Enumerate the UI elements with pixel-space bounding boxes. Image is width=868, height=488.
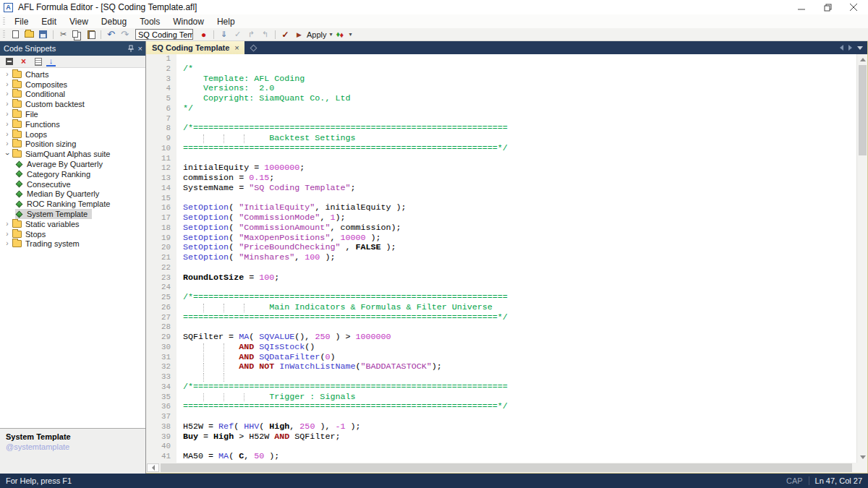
check-icon[interactable]: ✓	[279, 29, 292, 40]
code-line[interactable]: 39Buy = High > H52W AND SQFilter;	[146, 432, 867, 442]
save-icon[interactable]	[37, 29, 49, 40]
menu-tools[interactable]: Tools	[133, 17, 166, 27]
chevron-icon[interactable]: ›	[4, 71, 11, 78]
menu-help[interactable]: Help	[210, 17, 242, 27]
restore-button[interactable]	[814, 0, 841, 14]
delete-snippet-icon[interactable]: ×	[17, 56, 30, 67]
code-line[interactable]: 28	[146, 322, 867, 333]
code-line[interactable]: 19SetOption( "MaxOpenPositions", 10000 )…	[146, 234, 867, 244]
tree-item-static-variables[interactable]: ›Static variables	[0, 219, 145, 229]
code-line[interactable]: 24	[146, 283, 867, 293]
code-line[interactable]: 17SetOption( "CommissionMode", 1);	[146, 213, 867, 223]
code-line[interactable]: 38H52W = Ref( HHV( High, 250 ), -1 );	[146, 422, 867, 432]
tree-item-file[interactable]: ›File	[0, 109, 145, 119]
panel-close-icon[interactable]: ×	[138, 44, 142, 53]
tree-item-consecutive[interactable]: Consecutive	[0, 179, 145, 189]
code-line[interactable]: 16SetOption( "InitialEquity", initialEqu…	[146, 203, 867, 213]
undo-icon[interactable]: ↶	[105, 29, 117, 40]
new-icon[interactable]	[9, 29, 22, 40]
tree-item-composites[interactable]: ›Composites	[0, 80, 145, 90]
horizontal-scroll-thumb[interactable]	[161, 463, 852, 472]
code-line[interactable]: 14SystemName = "SQ Coding Template";	[146, 184, 867, 194]
step-into-icon[interactable]: ↱	[245, 29, 258, 40]
menu-file[interactable]: File	[8, 17, 35, 27]
chevron-icon[interactable]: ›	[4, 131, 11, 138]
code-line[interactable]: 34/*====================================…	[146, 382, 867, 393]
pin-icon[interactable]	[127, 45, 134, 53]
tree-item-category-ranking[interactable]: Category Ranking	[0, 169, 145, 179]
tree-item-roc-ranking-template[interactable]: ROC Ranking Template	[0, 199, 145, 209]
menu-view[interactable]: View	[63, 17, 95, 27]
chevron-icon[interactable]: ›	[4, 231, 11, 238]
tree-item-system-template[interactable]: System Template	[0, 209, 145, 219]
tree-item-charts[interactable]: ›Charts	[0, 69, 145, 80]
tab-close-icon[interactable]: ×	[234, 43, 239, 52]
tab-scroll-left-icon[interactable]	[840, 45, 843, 51]
code-line[interactable]: 29SQFilter = MA( SQVALUE(), 250 ) > 1000…	[146, 333, 867, 343]
insert-snippet-icon[interactable]: ♦ ♦	[336, 30, 346, 40]
code-line[interactable]: 5 Copyright: SiamQuant Co., Ltd	[146, 94, 867, 104]
chevron-icon[interactable]: ›	[4, 140, 11, 147]
copy-icon[interactable]	[71, 29, 83, 40]
vertical-scroll-thumb[interactable]	[859, 65, 867, 155]
code-line[interactable]: 35 Trigger : Signals	[146, 393, 867, 403]
chevron-icon[interactable]: ›	[4, 100, 11, 108]
tree-item-trading-system[interactable]: ›Trading system	[0, 239, 145, 249]
chevron-icon[interactable]: ›	[4, 150, 11, 158]
step-over-icon[interactable]: ↰	[259, 29, 271, 40]
record-icon[interactable]: ●	[197, 29, 210, 40]
chevron-icon[interactable]: ›	[4, 121, 11, 128]
apply-button[interactable]: Apply	[307, 30, 327, 39]
paste-icon[interactable]	[85, 29, 97, 40]
chevron-icon[interactable]: ›	[4, 81, 11, 88]
code-line[interactable]: 36======================================…	[146, 402, 867, 412]
tree-item-siamquant-alphas-suite[interactable]: ›SiamQuant Alphas suite	[0, 149, 145, 159]
tree-item-functions[interactable]: ›Functions	[0, 119, 145, 129]
code-line[interactable]: 20SetOption( "PriceBoundChecking" , FALS…	[146, 243, 867, 253]
properties-icon[interactable]	[32, 56, 44, 67]
code-line[interactable]: 41MA50 = MA( C, 50 );	[146, 452, 867, 462]
code-line[interactable]: 30 AND SQIsStock()	[146, 343, 867, 353]
menu-edit[interactable]: Edit	[35, 17, 63, 27]
code-line[interactable]: 3 Template: AFL Coding	[146, 74, 867, 85]
code-editor[interactable]: 12/*3 Template: AFL Coding4 Versions: 2.…	[146, 54, 867, 463]
tree-item-position-sizing[interactable]: ›Position sizing	[0, 140, 145, 150]
redo-icon[interactable]: ↷	[119, 29, 131, 40]
code-line[interactable]: 2/*	[146, 64, 867, 74]
code-line[interactable]: 4 Versions: 2.0	[146, 84, 867, 94]
close-button[interactable]	[841, 0, 867, 14]
tab-sq-coding-template[interactable]: SQ Coding Template ×	[146, 41, 244, 54]
menu-debug[interactable]: Debug	[95, 17, 133, 27]
code-line[interactable]: 26 Main Indicators & Formulas & Filter U…	[146, 303, 867, 313]
code-line[interactable]: 8/*=====================================…	[146, 124, 867, 134]
tree-item-average-by-quarterly[interactable]: Average By Quarterly	[0, 159, 145, 169]
code-line[interactable]: 33	[146, 372, 867, 382]
code-line[interactable]: 32 AND NOT InWatchListName("BADDATASTOCK…	[146, 362, 867, 372]
code-line[interactable]: 12initialEquity = 1000000;	[146, 163, 867, 174]
code-line[interactable]: 15	[146, 194, 867, 204]
code-line[interactable]: 18SetOption( "CommissionAmount", commiss…	[146, 223, 867, 234]
code-line[interactable]: 11	[146, 154, 867, 164]
open-icon[interactable]	[23, 29, 35, 40]
apply-icon[interactable]: ▶	[293, 29, 305, 40]
code-line[interactable]: 37	[146, 412, 867, 422]
chevron-icon[interactable]: ›	[4, 111, 11, 118]
minimize-button[interactable]	[788, 0, 814, 14]
verify-syntax-icon[interactable]: ✓	[231, 29, 244, 40]
scroll-up-icon[interactable]	[857, 54, 868, 65]
code-line[interactable]: 1	[146, 54, 867, 64]
code-line[interactable]: 22	[146, 263, 867, 273]
code-line[interactable]: 13commission = 0.15;	[146, 174, 867, 184]
apply-dropdown-icon[interactable]: ▾	[330, 31, 333, 38]
code-line[interactable]: 6*/	[146, 104, 867, 114]
code-line[interactable]: 9 Backtest Settings	[146, 134, 867, 144]
tree-item-stops[interactable]: ›Stops	[0, 229, 145, 239]
cut-icon[interactable]: ✂	[57, 29, 69, 40]
scroll-left-icon[interactable]	[147, 463, 159, 472]
code-line[interactable]: 23RoundLotSize = 100;	[146, 273, 867, 283]
chevron-icon[interactable]: ›	[4, 90, 11, 98]
chevron-icon[interactable]: ›	[4, 240, 11, 247]
menu-window[interactable]: Window	[166, 17, 210, 27]
tab-list-dropdown-icon[interactable]	[857, 46, 863, 50]
collapse-all-icon[interactable]	[3, 56, 15, 67]
